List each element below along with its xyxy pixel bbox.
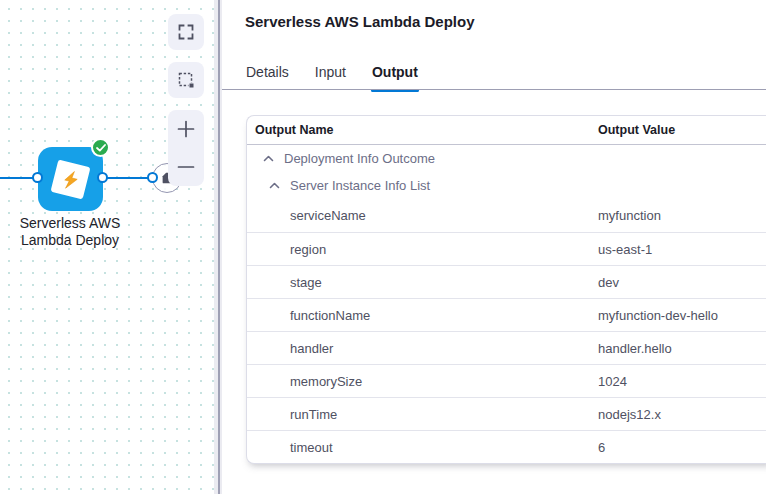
chevron-up-icon[interactable] <box>269 182 280 189</box>
output-value: us-east-1 <box>598 242 766 257</box>
tab-details[interactable]: Details <box>245 55 290 89</box>
check-icon <box>96 144 106 152</box>
zoom-out-button[interactable] <box>168 148 204 186</box>
minus-icon <box>176 157 196 177</box>
splitter-line <box>218 0 220 494</box>
success-badge <box>91 138 110 157</box>
output-name: handler <box>247 341 598 356</box>
step-node-label: Serverless AWS Lambda Deploy <box>0 215 140 249</box>
table-header-row: Output Name Output Value <box>247 116 766 145</box>
output-value: myfunction <box>598 208 766 223</box>
document-node-port[interactable] <box>147 172 158 183</box>
node-port-right[interactable] <box>97 172 108 183</box>
node-port-left[interactable] <box>32 172 43 183</box>
column-header-output-value: Output Value <box>598 123 766 137</box>
output-name: region <box>247 242 598 257</box>
output-value: nodejs12.x <box>598 407 766 422</box>
lightning-bolt-icon <box>57 166 84 193</box>
table-row: runTime nodejs12.x <box>247 397 766 430</box>
column-header-output-name: Output Name <box>247 123 598 137</box>
chevron-up-icon[interactable] <box>263 155 274 162</box>
panel-splitter[interactable] <box>214 0 222 494</box>
marquee-select-button[interactable] <box>168 62 204 98</box>
group-label: Server Instance Info List <box>290 178 430 193</box>
plus-icon <box>176 119 196 139</box>
pipeline-studio: Serverless AWS Lambda Deploy <box>0 0 766 494</box>
output-value: 6 <box>598 440 766 455</box>
lambda-diamond <box>50 159 90 199</box>
marquee-select-icon <box>178 72 195 89</box>
table-row: timeout 6 <box>247 430 766 463</box>
panel-tabs: Details Input Output <box>245 55 443 89</box>
table-row: stage dev <box>247 265 766 298</box>
panel-title: Serverless AWS Lambda Deploy <box>245 13 475 30</box>
fullscreen-icon <box>178 24 194 40</box>
group-label: Deployment Info Outcome <box>284 151 435 166</box>
fullscreen-button[interactable] <box>168 14 204 50</box>
output-name: memorySize <box>247 374 598 389</box>
tabs-divider <box>222 89 766 90</box>
table-row: handler handler.hello <box>247 331 766 364</box>
step-details-panel: Serverless AWS Lambda Deploy Details Inp… <box>222 0 766 494</box>
output-name: functionName <box>247 308 598 323</box>
table-row: memorySize 1024 <box>247 364 766 397</box>
table-row: serviceName myfunction <box>247 199 766 232</box>
zoom-in-button[interactable] <box>168 110 204 148</box>
table-row: functionName myfunction-dev-hello <box>247 298 766 331</box>
output-name: serviceName <box>247 208 598 223</box>
table-row: region us-east-1 <box>247 232 766 265</box>
group-row-deployment-info-outcome[interactable]: Deployment Info Outcome <box>247 145 766 172</box>
output-name: stage <box>247 275 598 290</box>
output-value: handler.hello <box>598 341 766 356</box>
tab-input[interactable]: Input <box>314 55 347 89</box>
pipeline-canvas[interactable]: Serverless AWS Lambda Deploy <box>0 0 214 494</box>
output-value: myfunction-dev-hello <box>598 308 766 323</box>
output-name: runTime <box>247 407 598 422</box>
output-value: dev <box>598 275 766 290</box>
group-row-server-instance-info-list[interactable]: Server Instance Info List <box>247 172 766 199</box>
output-name: timeout <box>247 440 598 455</box>
tab-output[interactable]: Output <box>371 55 419 89</box>
step-node-serverless-lambda-deploy[interactable] <box>38 147 103 211</box>
zoom-controls <box>168 110 204 186</box>
output-value: 1024 <box>598 374 766 389</box>
output-table: Output Name Output Value Deployment Info… <box>246 115 766 464</box>
